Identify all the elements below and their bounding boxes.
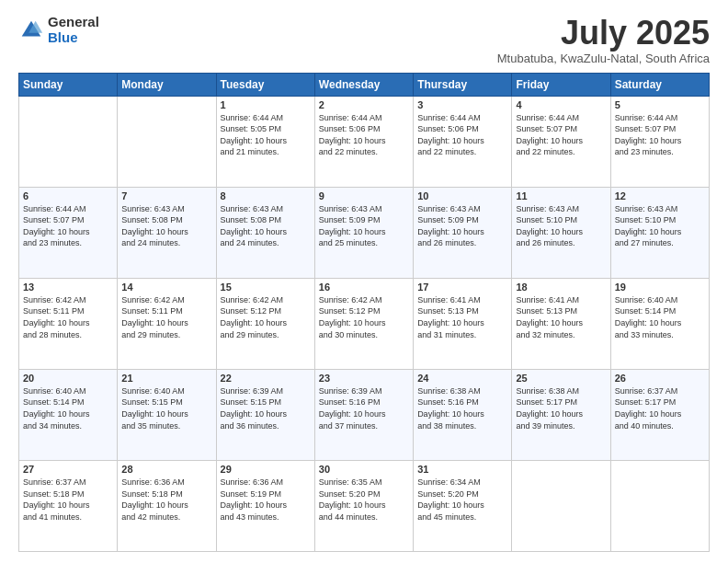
day-number: 27 bbox=[23, 464, 113, 475]
day-info: Sunrise: 6:34 AM Sunset: 5:20 PM Dayligh… bbox=[417, 477, 507, 523]
day-number: 3 bbox=[417, 99, 507, 110]
calendar-week-4: 20Sunrise: 6:40 AM Sunset: 5:14 PM Dayli… bbox=[19, 369, 710, 460]
day-info: Sunrise: 6:40 AM Sunset: 5:15 PM Dayligh… bbox=[121, 385, 211, 431]
calendar-cell: 5Sunrise: 6:44 AM Sunset: 5:07 PM Daylig… bbox=[610, 96, 709, 187]
day-info: Sunrise: 6:42 AM Sunset: 5:12 PM Dayligh… bbox=[221, 294, 311, 340]
calendar-cell: 4Sunrise: 6:44 AM Sunset: 5:07 PM Daylig… bbox=[512, 96, 610, 187]
calendar-cell: 10Sunrise: 6:43 AM Sunset: 5:09 PM Dayli… bbox=[414, 187, 512, 278]
calendar-cell: 27Sunrise: 6:37 AM Sunset: 5:18 PM Dayli… bbox=[19, 460, 118, 551]
logo: General Blue bbox=[18, 15, 99, 45]
logo-icon bbox=[18, 17, 44, 43]
day-number: 24 bbox=[417, 373, 507, 384]
subtitle: Mtubatuba, KwaZulu-Natal, South Africa bbox=[497, 52, 710, 65]
calendar-cell: 28Sunrise: 6:36 AM Sunset: 5:18 PM Dayli… bbox=[118, 460, 216, 551]
calendar-cell: 23Sunrise: 6:39 AM Sunset: 5:16 PM Dayli… bbox=[314, 369, 413, 460]
day-info: Sunrise: 6:43 AM Sunset: 5:08 PM Dayligh… bbox=[221, 203, 311, 249]
day-info: Sunrise: 6:37 AM Sunset: 5:18 PM Dayligh… bbox=[23, 477, 113, 523]
calendar-week-1: 1Sunrise: 6:44 AM Sunset: 5:05 PM Daylig… bbox=[19, 96, 710, 187]
day-info: Sunrise: 6:43 AM Sunset: 5:10 PM Dayligh… bbox=[516, 203, 606, 249]
day-number: 6 bbox=[23, 190, 113, 201]
day-number: 25 bbox=[516, 373, 606, 384]
day-number: 10 bbox=[417, 190, 507, 201]
day-number: 30 bbox=[319, 464, 409, 475]
day-number: 12 bbox=[615, 190, 705, 201]
calendar-cell bbox=[19, 96, 118, 187]
calendar-cell bbox=[512, 460, 610, 551]
calendar-cell: 16Sunrise: 6:42 AM Sunset: 5:12 PM Dayli… bbox=[314, 278, 413, 369]
calendar-week-5: 27Sunrise: 6:37 AM Sunset: 5:18 PM Dayli… bbox=[19, 460, 710, 551]
day-info: Sunrise: 6:42 AM Sunset: 5:12 PM Dayligh… bbox=[319, 294, 409, 340]
day-info: Sunrise: 6:35 AM Sunset: 5:20 PM Dayligh… bbox=[319, 477, 409, 523]
calendar-table: SundayMondayTuesdayWednesdayThursdayFrid… bbox=[18, 73, 710, 552]
day-number: 21 bbox=[121, 373, 211, 384]
day-info: Sunrise: 6:36 AM Sunset: 5:18 PM Dayligh… bbox=[121, 477, 211, 523]
calendar-cell: 31Sunrise: 6:34 AM Sunset: 5:20 PM Dayli… bbox=[414, 460, 512, 551]
day-info: Sunrise: 6:42 AM Sunset: 5:11 PM Dayligh… bbox=[121, 294, 211, 340]
calendar-cell: 13Sunrise: 6:42 AM Sunset: 5:11 PM Dayli… bbox=[19, 278, 118, 369]
day-info: Sunrise: 6:39 AM Sunset: 5:15 PM Dayligh… bbox=[221, 385, 311, 431]
calendar-cell: 21Sunrise: 6:40 AM Sunset: 5:15 PM Dayli… bbox=[118, 369, 216, 460]
day-info: Sunrise: 6:42 AM Sunset: 5:11 PM Dayligh… bbox=[23, 294, 113, 340]
day-info: Sunrise: 6:43 AM Sunset: 5:10 PM Dayligh… bbox=[615, 203, 705, 249]
day-info: Sunrise: 6:43 AM Sunset: 5:09 PM Dayligh… bbox=[417, 203, 507, 249]
day-number: 26 bbox=[615, 373, 705, 384]
weekday-header-friday: Friday bbox=[512, 73, 610, 96]
calendar-cell: 12Sunrise: 6:43 AM Sunset: 5:10 PM Dayli… bbox=[610, 187, 709, 278]
day-info: Sunrise: 6:40 AM Sunset: 5:14 PM Dayligh… bbox=[23, 385, 113, 431]
weekday-header-row: SundayMondayTuesdayWednesdayThursdayFrid… bbox=[19, 73, 710, 96]
calendar-cell: 24Sunrise: 6:38 AM Sunset: 5:16 PM Dayli… bbox=[414, 369, 512, 460]
calendar-cell: 18Sunrise: 6:41 AM Sunset: 5:13 PM Dayli… bbox=[512, 278, 610, 369]
day-number: 8 bbox=[221, 190, 311, 201]
day-info: Sunrise: 6:43 AM Sunset: 5:09 PM Dayligh… bbox=[319, 203, 409, 249]
day-number: 13 bbox=[23, 282, 113, 293]
weekday-header-tuesday: Tuesday bbox=[216, 73, 314, 96]
day-info: Sunrise: 6:43 AM Sunset: 5:08 PM Dayligh… bbox=[121, 203, 211, 249]
month-title: July 2025 bbox=[497, 15, 710, 52]
calendar-cell: 3Sunrise: 6:44 AM Sunset: 5:06 PM Daylig… bbox=[414, 96, 512, 187]
calendar-cell: 17Sunrise: 6:41 AM Sunset: 5:13 PM Dayli… bbox=[414, 278, 512, 369]
calendar-cell: 26Sunrise: 6:37 AM Sunset: 5:17 PM Dayli… bbox=[610, 369, 709, 460]
calendar-cell: 8Sunrise: 6:43 AM Sunset: 5:08 PM Daylig… bbox=[216, 187, 314, 278]
day-number: 1 bbox=[221, 99, 311, 110]
day-number: 2 bbox=[319, 99, 409, 110]
logo-text: General Blue bbox=[48, 15, 99, 45]
day-info: Sunrise: 6:36 AM Sunset: 5:19 PM Dayligh… bbox=[221, 477, 311, 523]
day-info: Sunrise: 6:41 AM Sunset: 5:13 PM Dayligh… bbox=[417, 294, 507, 340]
calendar-cell: 7Sunrise: 6:43 AM Sunset: 5:08 PM Daylig… bbox=[118, 187, 216, 278]
calendar-cell: 1Sunrise: 6:44 AM Sunset: 5:05 PM Daylig… bbox=[216, 96, 314, 187]
calendar-cell: 22Sunrise: 6:39 AM Sunset: 5:15 PM Dayli… bbox=[216, 369, 314, 460]
calendar-cell: 14Sunrise: 6:42 AM Sunset: 5:11 PM Dayli… bbox=[118, 278, 216, 369]
day-info: Sunrise: 6:44 AM Sunset: 5:06 PM Dayligh… bbox=[319, 112, 409, 158]
calendar-cell: 9Sunrise: 6:43 AM Sunset: 5:09 PM Daylig… bbox=[314, 187, 413, 278]
day-info: Sunrise: 6:44 AM Sunset: 5:07 PM Dayligh… bbox=[23, 203, 113, 249]
weekday-header-saturday: Saturday bbox=[610, 73, 709, 96]
logo-blue: Blue bbox=[48, 29, 78, 45]
day-number: 7 bbox=[121, 190, 211, 201]
calendar-cell: 29Sunrise: 6:36 AM Sunset: 5:19 PM Dayli… bbox=[216, 460, 314, 551]
calendar-cell: 20Sunrise: 6:40 AM Sunset: 5:14 PM Dayli… bbox=[19, 369, 118, 460]
day-number: 31 bbox=[417, 464, 507, 475]
day-info: Sunrise: 6:37 AM Sunset: 5:17 PM Dayligh… bbox=[615, 385, 705, 431]
day-number: 23 bbox=[319, 373, 409, 384]
day-number: 29 bbox=[221, 464, 311, 475]
header: General Blue July 2025 Mtubatuba, KwaZul… bbox=[18, 15, 710, 65]
day-info: Sunrise: 6:39 AM Sunset: 5:16 PM Dayligh… bbox=[319, 385, 409, 431]
day-info: Sunrise: 6:40 AM Sunset: 5:14 PM Dayligh… bbox=[615, 294, 705, 340]
day-number: 16 bbox=[319, 282, 409, 293]
calendar-cell bbox=[610, 460, 709, 551]
day-info: Sunrise: 6:44 AM Sunset: 5:06 PM Dayligh… bbox=[417, 112, 507, 158]
calendar-cell: 2Sunrise: 6:44 AM Sunset: 5:06 PM Daylig… bbox=[314, 96, 413, 187]
title-block: July 2025 Mtubatuba, KwaZulu-Natal, Sout… bbox=[497, 15, 710, 65]
day-number: 14 bbox=[121, 282, 211, 293]
weekday-header-sunday: Sunday bbox=[19, 73, 118, 96]
calendar-cell: 15Sunrise: 6:42 AM Sunset: 5:12 PM Dayli… bbox=[216, 278, 314, 369]
calendar-week-2: 6Sunrise: 6:44 AM Sunset: 5:07 PM Daylig… bbox=[19, 187, 710, 278]
day-info: Sunrise: 6:44 AM Sunset: 5:07 PM Dayligh… bbox=[615, 112, 705, 158]
weekday-header-thursday: Thursday bbox=[414, 73, 512, 96]
day-info: Sunrise: 6:44 AM Sunset: 5:07 PM Dayligh… bbox=[516, 112, 606, 158]
calendar-cell: 11Sunrise: 6:43 AM Sunset: 5:10 PM Dayli… bbox=[512, 187, 610, 278]
day-info: Sunrise: 6:38 AM Sunset: 5:16 PM Dayligh… bbox=[417, 385, 507, 431]
day-number: 20 bbox=[23, 373, 113, 384]
weekday-header-monday: Monday bbox=[118, 73, 216, 96]
calendar-cell bbox=[118, 96, 216, 187]
